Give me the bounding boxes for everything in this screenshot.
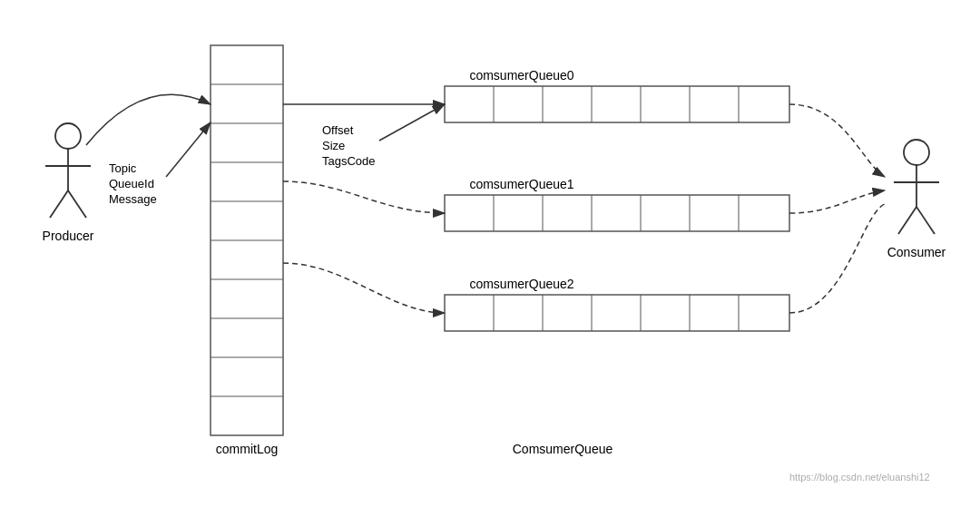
commitlog-annotation-arrow	[166, 122, 211, 177]
producer-to-commitlog-arrow	[86, 94, 211, 145]
producer-label: Producer	[43, 229, 94, 243]
producer-head	[55, 123, 81, 149]
queue1-label: comsumerQueue1	[469, 177, 573, 191]
consumer-left-leg	[898, 207, 916, 234]
commitlog-to-queue1	[283, 181, 445, 213]
commitlog-to-queue2	[283, 263, 445, 313]
commitlog-label: commitLog	[216, 442, 278, 456]
consumer-queue-section-label: ComsumerQueue	[513, 442, 613, 456]
annotation-tagscode: TagsCode	[322, 154, 376, 168]
queue1-to-consumer	[789, 190, 885, 213]
annotation-queueid: QueueId	[109, 177, 154, 190]
producer-right-leg	[68, 190, 86, 218]
consumer-label: Consumer	[887, 245, 946, 259]
annotation-size: Size	[322, 139, 345, 152]
offset-annotation-arrow	[379, 104, 445, 141]
annotation-message: Message	[109, 192, 157, 206]
annotation-topic: Topic	[109, 161, 137, 175]
producer-left-leg	[50, 190, 68, 218]
main-diagram-svg: Producer Consumer commitLog ComsumerQueu…	[0, 0, 980, 507]
queue0-to-consumer	[789, 104, 885, 177]
consumer-head	[904, 140, 929, 165]
queue0-rect	[445, 86, 789, 122]
queue0-label: comsumerQueue0	[469, 68, 573, 83]
annotation-offset: Offset	[322, 123, 354, 137]
watermark: https://blog.csdn.net/eluanshi12	[789, 472, 930, 483]
diagram-container: Producer Consumer commitLog ComsumerQueu…	[0, 0, 980, 507]
queue2-rect	[445, 295, 789, 331]
queue1-rect	[445, 195, 789, 231]
queue2-to-consumer	[789, 204, 885, 313]
consumer-right-leg	[916, 207, 935, 234]
queue2-label: comsumerQueue2	[469, 277, 573, 291]
